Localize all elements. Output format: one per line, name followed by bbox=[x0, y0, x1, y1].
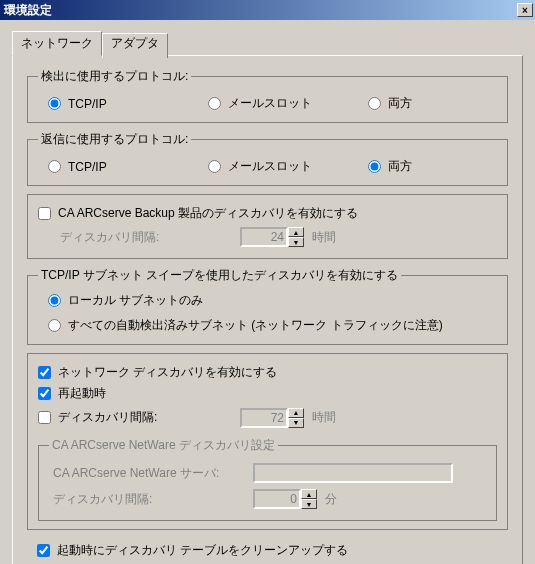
tab-adapter-label: アダプタ bbox=[111, 36, 159, 50]
checkbox-cleanup-input[interactable] bbox=[37, 544, 50, 557]
tab-strip: ネットワーク アダプタ bbox=[12, 31, 523, 56]
netdisc-interval-spinner: ▲ ▼ bbox=[240, 408, 304, 428]
radio-detect-both-label: 両方 bbox=[388, 95, 412, 112]
window-title: 環境設定 bbox=[4, 2, 517, 19]
radio-sweep-all[interactable]: すべての自動検出済みサブネット (ネットワーク トラフィックに注意) bbox=[38, 311, 497, 336]
netware-interval-spinner: ▲ ▼ bbox=[253, 489, 317, 509]
radio-sweep-local[interactable]: ローカル サブネットのみ bbox=[38, 290, 497, 311]
radio-reply-mailslot[interactable]: メールスロット bbox=[208, 158, 368, 175]
client-area: ネットワーク アダプタ 検出に使用するプロトコル: TCP/IP メールスロット… bbox=[0, 20, 535, 564]
netdisc-interval-unit: 時間 bbox=[312, 409, 336, 426]
tab-network[interactable]: ネットワーク bbox=[12, 31, 102, 56]
radio-reply-both-input[interactable] bbox=[368, 160, 381, 173]
tab-panel-network: 検出に使用するプロトコル: TCP/IP メールスロット 両方 返信に使用するプ… bbox=[12, 55, 523, 564]
checkbox-netdisc-interval-input[interactable] bbox=[38, 411, 51, 424]
radio-detect-mailslot-label: メールスロット bbox=[228, 95, 312, 112]
radio-reply-mailslot-label: メールスロット bbox=[228, 158, 312, 175]
radio-detect-tcpip-label: TCP/IP bbox=[68, 97, 107, 111]
spin-down-icon[interactable]: ▼ bbox=[288, 418, 304, 428]
checkbox-netdisc-interval-label: ディスカバリ間隔: bbox=[58, 409, 157, 426]
radio-sweep-local-input[interactable] bbox=[48, 294, 61, 307]
radio-detect-both-input[interactable] bbox=[368, 97, 381, 110]
arcserve-interval-input[interactable] bbox=[240, 227, 288, 247]
spin-up-icon[interactable]: ▲ bbox=[288, 227, 304, 237]
checkbox-netdisc-onrestart[interactable]: 再起動時 bbox=[38, 383, 497, 404]
netdisc-interval-input[interactable] bbox=[240, 408, 288, 428]
arcserve-interval-unit: 時間 bbox=[312, 229, 336, 246]
radio-reply-both[interactable]: 両方 bbox=[368, 158, 468, 175]
checkbox-arcserve-enable[interactable]: CA ARCserve Backup 製品のディスカバリを有効にする bbox=[38, 203, 497, 224]
title-bar: 環境設定 × bbox=[0, 0, 535, 20]
netware-interval-input[interactable] bbox=[253, 489, 301, 509]
radio-detect-both[interactable]: 両方 bbox=[368, 95, 468, 112]
checkbox-netdisc-enable-label: ネットワーク ディスカバリを有効にする bbox=[58, 364, 277, 381]
radio-sweep-all-label: すべての自動検出済みサブネット (ネットワーク トラフィックに注意) bbox=[68, 317, 443, 334]
radio-detect-tcpip[interactable]: TCP/IP bbox=[48, 95, 208, 112]
group-detect-protocol: 検出に使用するプロトコル: TCP/IP メールスロット 両方 bbox=[27, 68, 508, 123]
group-reply-protocol: 返信に使用するプロトコル: TCP/IP メールスロット 両方 bbox=[27, 131, 508, 186]
group-netware: CA ARCserve NetWare ディスカバリ設定 CA ARCserve… bbox=[38, 437, 497, 521]
radio-reply-both-label: 両方 bbox=[388, 158, 412, 175]
close-icon: × bbox=[522, 5, 528, 16]
checkbox-netdisc-enable[interactable]: ネットワーク ディスカバリを有効にする bbox=[38, 362, 497, 383]
arcserve-interval-label: ディスカバリ間隔: bbox=[60, 229, 240, 246]
spin-up-icon[interactable]: ▲ bbox=[301, 489, 317, 499]
detect-protocol-legend: 検出に使用するプロトコル: bbox=[38, 68, 191, 85]
checkbox-cleanup[interactable]: 起動時にディスカバリ テーブルをクリーンアップする bbox=[27, 538, 508, 563]
checkbox-arcserve-enable-input[interactable] bbox=[38, 207, 51, 220]
checkbox-netdisc-interval[interactable]: ディスカバリ間隔: bbox=[38, 407, 240, 428]
checkbox-arcserve-enable-label: CA ARCserve Backup 製品のディスカバリを有効にする bbox=[58, 205, 358, 222]
checkbox-netdisc-onrestart-label: 再起動時 bbox=[58, 385, 106, 402]
radio-sweep-all-input[interactable] bbox=[48, 319, 61, 332]
group-network-discovery: ネットワーク ディスカバリを有効にする 再起動時 ディスカバリ間隔: ▲ ▼ bbox=[27, 353, 508, 530]
checkbox-netdisc-enable-input[interactable] bbox=[38, 366, 51, 379]
tab-network-label: ネットワーク bbox=[21, 36, 93, 50]
radio-detect-tcpip-input[interactable] bbox=[48, 97, 61, 110]
netware-server-input[interactable] bbox=[253, 463, 453, 483]
netware-interval-label: ディスカバリ間隔: bbox=[53, 491, 253, 508]
netware-legend: CA ARCserve NetWare ディスカバリ設定 bbox=[49, 437, 278, 454]
radio-reply-tcpip-label: TCP/IP bbox=[68, 160, 107, 174]
checkbox-netdisc-onrestart-input[interactable] bbox=[38, 387, 51, 400]
arcserve-interval-spinner: ▲ ▼ bbox=[240, 227, 304, 247]
spin-up-icon[interactable]: ▲ bbox=[288, 408, 304, 418]
radio-detect-mailslot[interactable]: メールスロット bbox=[208, 95, 368, 112]
spin-down-icon[interactable]: ▼ bbox=[301, 499, 317, 509]
radio-reply-tcpip[interactable]: TCP/IP bbox=[48, 158, 208, 175]
radio-sweep-local-label: ローカル サブネットのみ bbox=[68, 292, 203, 309]
radio-reply-tcpip-input[interactable] bbox=[48, 160, 61, 173]
netware-interval-unit: 分 bbox=[325, 491, 337, 508]
checkbox-cleanup-label: 起動時にディスカバリ テーブルをクリーンアップする bbox=[57, 542, 348, 559]
group-tcpip-sweep: TCP/IP サブネット スイープを使用したディスカバリを有効にする ローカル … bbox=[27, 267, 508, 345]
close-button[interactable]: × bbox=[517, 3, 533, 17]
netware-server-label: CA ARCserve NetWare サーバ: bbox=[53, 465, 253, 482]
spin-down-icon[interactable]: ▼ bbox=[288, 237, 304, 247]
reply-protocol-legend: 返信に使用するプロトコル: bbox=[38, 131, 191, 148]
radio-detect-mailslot-input[interactable] bbox=[208, 97, 221, 110]
tcpip-sweep-legend: TCP/IP サブネット スイープを使用したディスカバリを有効にする bbox=[38, 267, 401, 284]
radio-reply-mailslot-input[interactable] bbox=[208, 160, 221, 173]
group-arcserve-backup: CA ARCserve Backup 製品のディスカバリを有効にする ディスカバ… bbox=[27, 194, 508, 259]
tab-adapter[interactable]: アダプタ bbox=[102, 33, 168, 58]
